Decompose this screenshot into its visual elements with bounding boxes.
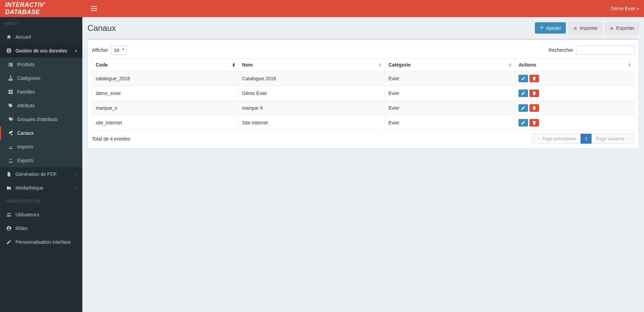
sidebar-item-label: Canaux	[17, 130, 77, 136]
sidebar-item-attributs[interactable]: Attributs	[0, 99, 82, 112]
trash-icon	[532, 91, 537, 96]
sidebar-item-label: Rôles	[15, 226, 77, 231]
upload-icon	[7, 158, 14, 163]
cell-actions	[515, 71, 634, 86]
edit-button[interactable]	[518, 104, 528, 112]
cell-code: catalogue_2018	[92, 71, 239, 86]
delete-button[interactable]	[529, 104, 539, 112]
length-label: Afficher	[92, 47, 108, 53]
search-input[interactable]	[576, 45, 634, 55]
data-panel: Afficher 10 Rechercher Code	[87, 39, 639, 149]
cell-nom: Démo Evier	[238, 86, 385, 101]
sidebar-item-groupes-attributs[interactable]: Groupes d'attributs	[0, 112, 82, 126]
share-icon	[7, 130, 14, 136]
cell-nom: Site internet	[238, 116, 385, 130]
user-menu[interactable]: Démo Evier ▾	[611, 6, 639, 11]
brand-logo: INTERACTIV' DATABASE	[0, 0, 82, 17]
page-length-select[interactable]: 10	[111, 45, 127, 55]
chevron-right-icon: ›	[76, 186, 77, 190]
cell-categorie: Evier	[385, 71, 515, 86]
plus-icon	[539, 25, 544, 31]
cell-nom: Catalogue 2018	[238, 71, 385, 86]
sidebar-item-label: Imports	[17, 144, 77, 149]
sidebar-item-canaux[interactable]: Canaux	[0, 126, 82, 140]
list-icon	[7, 62, 14, 67]
table-row: site_internetSite internetEvier	[92, 116, 634, 130]
col-header-actions: Actions ▲▼	[515, 59, 634, 71]
pagination-prev[interactable]: ← Page précédente	[532, 134, 581, 144]
nav-toggle-icon[interactable]	[87, 5, 101, 12]
sidebar-item-mediatheque[interactable]: Médiathèque ›	[0, 181, 82, 195]
trash-icon	[532, 120, 537, 125]
sidebar-item-familles[interactable]: Familles	[0, 85, 82, 99]
edit-button[interactable]	[518, 75, 528, 82]
download-icon	[7, 144, 14, 149]
download-icon	[573, 25, 578, 31]
database-icon	[5, 48, 13, 53]
table-row: catalogue_2018Catalogue 2018Evier	[92, 71, 634, 86]
sidebar-item-label: Gestion de vos données	[15, 48, 75, 53]
sidebar-item-label: Catégories	[17, 75, 77, 81]
add-button[interactable]: Ajouter	[535, 22, 566, 34]
main-content: Canaux Ajouter Importer Exporter	[82, 17, 644, 312]
add-button-label: Ajouter	[546, 25, 561, 31]
sidebar-item-roles[interactable]: Rôles	[0, 221, 82, 235]
import-button[interactable]: Importer	[569, 22, 602, 34]
sidebar-item-label: Exports	[17, 158, 77, 163]
folder-icon	[5, 185, 13, 191]
sidebar-item-label: Génération de PDF	[15, 171, 76, 177]
col-header-categorie[interactable]: Catégorie ▲▼	[385, 59, 515, 71]
table-row: demo_evierDémo EvierEvier	[92, 86, 634, 101]
cell-categorie: Evier	[385, 116, 515, 130]
sidebar-item-produits[interactable]: Produits	[0, 58, 82, 71]
delete-button[interactable]	[529, 119, 539, 127]
sort-icon: ▲▼	[378, 62, 382, 67]
sidebar-item-label: Accueil	[15, 34, 77, 40]
sidebar: MENU Accueil Gestion de vos données ▾ Pr…	[0, 17, 82, 312]
sidebar-item-label: Utilisateurs	[15, 212, 77, 217]
cell-actions	[515, 86, 634, 101]
sort-icon: ▲▼	[508, 62, 512, 67]
pencil-icon	[521, 106, 526, 110]
export-button-label: Exporter	[616, 25, 634, 31]
table-info: Total de 4 entrées	[92, 136, 130, 142]
sidebar-item-categories[interactable]: Catégories	[0, 71, 82, 85]
sidebar-item-exports[interactable]: Exports	[0, 154, 82, 167]
search-label: Rechercher	[549, 47, 573, 53]
pagination-next[interactable]: Page suivante →	[592, 134, 634, 144]
grid-icon	[7, 89, 14, 95]
sidebar-item-label: Attributs	[17, 103, 77, 108]
sidebar-item-personnalisation[interactable]: Personnalisation interface	[0, 235, 82, 249]
cell-nom: marque X	[238, 101, 385, 116]
col-header-nom[interactable]: Nom ▲▼	[238, 59, 385, 71]
pencil-icon	[521, 120, 526, 125]
sidebar-item-label: Groupes d'attributs	[17, 117, 77, 122]
sidebar-item-label: Personnalisation interface	[15, 239, 77, 245]
sidebar-item-generation-pdf[interactable]: Génération de PDF ›	[0, 167, 82, 181]
sidebar-item-gestion-donnees[interactable]: Gestion de vos données ▾	[0, 44, 82, 58]
sidebar-item-imports[interactable]: Imports	[0, 140, 82, 154]
cell-actions	[515, 116, 634, 130]
pagination-page-1[interactable]: 1	[581, 134, 592, 144]
sidebar-item-accueil[interactable]: Accueil	[0, 30, 82, 44]
cell-code: marque_x	[92, 101, 239, 116]
sitemap-icon	[7, 75, 14, 81]
delete-button[interactable]	[529, 89, 539, 97]
cell-categorie: Evier	[385, 86, 515, 101]
col-header-code[interactable]: Code ▲▼	[92, 59, 239, 71]
download-icon	[609, 25, 614, 31]
delete-button[interactable]	[529, 75, 539, 82]
sidebar-item-label: Médiathèque	[15, 185, 76, 191]
channels-table: Code ▲▼ Nom ▲▼ Catégorie ▲▼ Actions	[92, 58, 634, 130]
cell-code: demo_evier	[92, 86, 239, 101]
sort-icon: ▲▼	[628, 62, 631, 67]
trash-icon	[532, 106, 537, 110]
file-icon	[5, 171, 13, 177]
edit-button[interactable]	[518, 119, 528, 127]
tag-icon	[7, 103, 14, 108]
export-button[interactable]: Exporter	[605, 22, 639, 34]
sidebar-item-utilisateurs[interactable]: Utilisateurs	[0, 208, 82, 221]
sidebar-item-label: Produits	[17, 62, 77, 67]
edit-button[interactable]	[518, 89, 528, 97]
tags-icon	[7, 117, 14, 122]
